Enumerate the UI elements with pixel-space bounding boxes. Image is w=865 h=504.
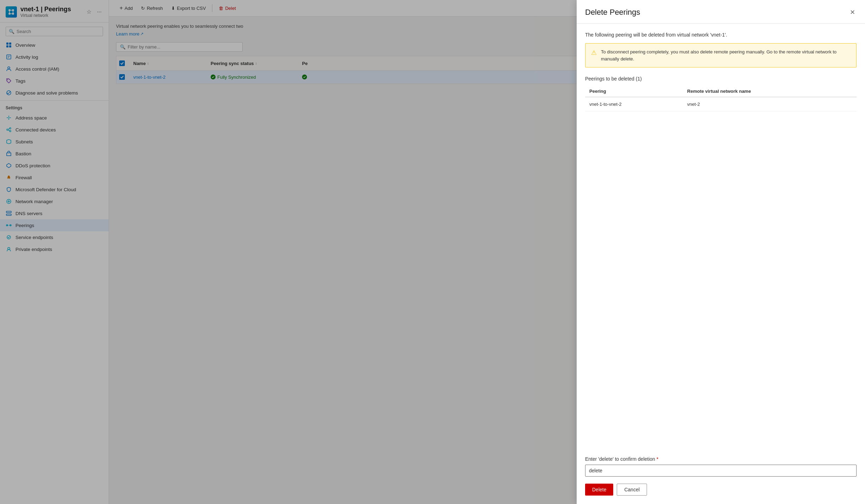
required-star: *: [656, 456, 658, 462]
cancel-button[interactable]: Cancel: [617, 484, 647, 496]
warning-text: To disconnect peering completely, you mu…: [601, 49, 851, 62]
delete-table-header-peering: Peering: [585, 86, 683, 97]
confirm-delete-input[interactable]: [585, 465, 857, 477]
delete-peerings-table: Peering Remote virtual network name vnet…: [585, 86, 857, 111]
panel-header: Delete Peerings ✕: [577, 0, 865, 24]
action-buttons: Delete Cancel: [585, 484, 857, 496]
warning-icon: ⚠: [591, 49, 597, 57]
confirm-label: Enter 'delete' to confirm deletion *: [585, 456, 857, 462]
peerings-to-delete-title: Peerings to be deleted (1): [585, 76, 857, 82]
panel-title: Delete Peerings: [585, 8, 640, 17]
delete-table-row: vnet-1-to-vnet-2 vnet-2: [585, 97, 857, 111]
confirm-delete-button[interactable]: Delete: [585, 484, 613, 496]
warning-box: ⚠ To disconnect peering completely, you …: [585, 43, 857, 67]
panel-close-button[interactable]: ✕: [848, 7, 857, 18]
confirm-section: Enter 'delete' to confirm deletion * Del…: [577, 456, 865, 504]
delete-table-peering-cell: vnet-1-to-vnet-2: [585, 97, 683, 111]
confirm-label-text: Enter 'delete' to confirm deletion: [585, 456, 655, 462]
delete-peerings-panel: Delete Peerings ✕ The following peering …: [577, 0, 865, 504]
panel-body: The following peering will be deleted fr…: [577, 24, 865, 456]
panel-description: The following peering will be deleted fr…: [585, 32, 857, 38]
delete-table-remote-vnet-cell: vnet-2: [683, 97, 857, 111]
delete-table-header-remote-vnet: Remote virtual network name: [683, 86, 857, 97]
